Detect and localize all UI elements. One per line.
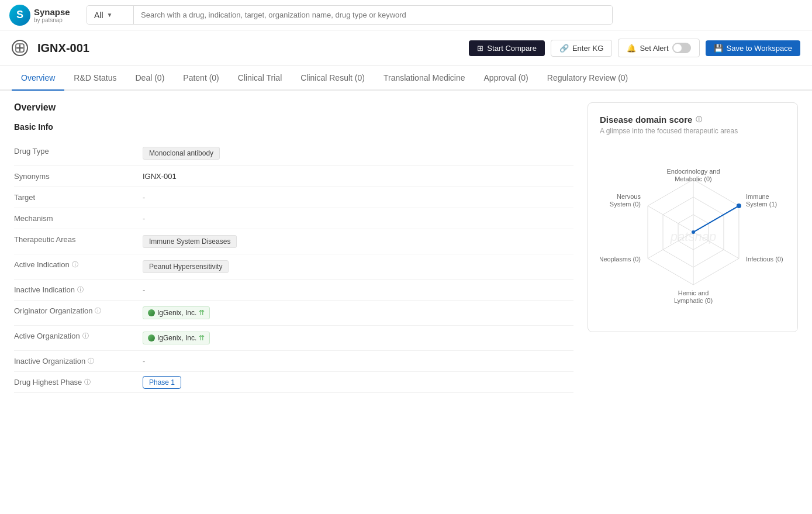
active-indication-row: Active Indication ⓘ Peanut Hypersensitiv… bbox=[14, 254, 573, 280]
mechanism-row: Mechanism - bbox=[14, 208, 573, 229]
logo-text: Synapse by patsnap bbox=[34, 7, 70, 23]
active-indication-label: Active Indication ⓘ bbox=[14, 260, 143, 269]
svg-line-9 bbox=[648, 206, 693, 232]
logo-sub: by patsnap bbox=[34, 17, 70, 23]
synonyms-row: Synonyms IGNX-001 bbox=[14, 166, 573, 187]
active-org-label: Active Organization ⓘ bbox=[14, 332, 143, 340]
drug-header: IGNX-001 ⊞ Start Compare 🔗 Enter KG 🔔 Se… bbox=[0, 30, 812, 66]
svg-text:Lymphatic (0): Lymphatic (0) bbox=[674, 297, 713, 304]
drug-phase-row: Drug Highest Phase ⓘ Phase 1 bbox=[14, 372, 573, 393]
mechanism-value: - bbox=[143, 214, 573, 223]
inactive-org-row: Inactive Organization ⓘ - bbox=[14, 351, 573, 372]
radar-svg: patsnap bbox=[600, 144, 787, 320]
originator-org-value: IgGenix, Inc. ⇈ bbox=[143, 306, 573, 319]
info-icon[interactable]: ⓘ bbox=[72, 260, 78, 269]
active-org-value: IgGenix, Inc. ⇈ bbox=[143, 332, 573, 344]
search-bar: All ▼ bbox=[87, 5, 613, 25]
target-row: Target - bbox=[14, 187, 573, 208]
drug-type-label: Drug Type bbox=[14, 147, 143, 156]
tab-deal[interactable]: Deal (0) bbox=[126, 66, 174, 91]
therapeutic-areas-value: Immune System Diseases bbox=[143, 235, 573, 248]
target-label: Target bbox=[14, 193, 143, 202]
tab-translational[interactable]: Translational Medicine bbox=[374, 66, 475, 91]
svg-line-12 bbox=[693, 206, 739, 232]
phase-tag: Phase 1 bbox=[143, 376, 181, 389]
logo-name: Synapse bbox=[34, 7, 70, 17]
therapeutic-areas-row: Therapeutic Areas Immune System Diseases bbox=[14, 229, 573, 254]
save-icon: 💾 bbox=[714, 44, 723, 53]
svg-text:System (0): System (0) bbox=[610, 201, 641, 208]
inactive-indication-value: - bbox=[143, 285, 573, 294]
info-icon-3[interactable]: ⓘ bbox=[95, 306, 101, 315]
enter-kg-button[interactable]: 🔗 Enter KG bbox=[551, 40, 612, 57]
svg-text:Neoplasms (0): Neoplasms (0) bbox=[600, 256, 641, 263]
alert-toggle[interactable] bbox=[672, 43, 691, 53]
inactive-indication-row: Inactive Indication ⓘ - bbox=[14, 280, 573, 301]
therapeutic-areas-label: Therapeutic Areas bbox=[14, 235, 143, 244]
mechanism-label: Mechanism bbox=[14, 214, 143, 223]
svg-text:Infectious (0): Infectious (0) bbox=[746, 256, 783, 263]
info-icon-6[interactable]: ⓘ bbox=[84, 378, 91, 387]
svg-text:Hemic and: Hemic and bbox=[678, 289, 709, 296]
svg-text:Endocrinology and: Endocrinology and bbox=[666, 168, 720, 175]
org-dot-icon-2 bbox=[148, 334, 155, 341]
inactive-indication-label: Inactive Indication ⓘ bbox=[14, 285, 143, 294]
drug-type-row: Drug Type Monoclonal antibody bbox=[14, 141, 573, 166]
disease-domain-title: Disease domain score ⓘ bbox=[600, 115, 786, 125]
logo: S Synapse by patsnap bbox=[9, 5, 80, 26]
disease-domain-subtitle: A glimpse into the focused therapeutic a… bbox=[600, 127, 786, 135]
info-icon-2[interactable]: ⓘ bbox=[77, 285, 84, 294]
tab-regulatory[interactable]: Regulatory Review (0) bbox=[538, 66, 638, 91]
inactive-org-value: - bbox=[143, 357, 573, 365]
save-workspace-button[interactable]: 💾 Save to Workspace bbox=[706, 40, 800, 56]
drug-phase-value: Phase 1 bbox=[143, 378, 573, 387]
main-content: Overview Basic Info Drug Type Monoclonal… bbox=[0, 91, 812, 405]
originator-org-row: Originator Organization ⓘ IgGenix, Inc. … bbox=[14, 301, 573, 326]
tab-clinical-result[interactable]: Clinical Result (0) bbox=[291, 66, 374, 91]
svg-text:Metabolic (0): Metabolic (0) bbox=[675, 175, 712, 182]
active-indication-tag: Peanut Hypersensitivity bbox=[143, 260, 229, 273]
active-indication-value: Peanut Hypersensitivity bbox=[143, 260, 573, 273]
content-right: Disease domain score ⓘ A glimpse into th… bbox=[588, 102, 798, 393]
compare-icon: ⊞ bbox=[477, 44, 483, 53]
logo-icon: S bbox=[9, 5, 30, 26]
search-input[interactable] bbox=[134, 6, 612, 24]
synonyms-label: Synonyms bbox=[14, 172, 143, 181]
tab-clinical-trial[interactable]: Clinical Trial bbox=[229, 66, 291, 91]
tab-overview[interactable]: Overview bbox=[12, 66, 64, 91]
radar-chart: patsnap bbox=[600, 144, 787, 320]
svg-point-13 bbox=[737, 203, 741, 208]
org-arrows-icon-2: ⇈ bbox=[199, 334, 205, 342]
search-type-label: All bbox=[94, 11, 103, 20]
info-icon-5[interactable]: ⓘ bbox=[88, 357, 94, 365]
set-alert-button[interactable]: 🔔 Set Alert bbox=[618, 39, 699, 57]
drug-type-tag: Monoclonal antibody bbox=[143, 147, 220, 160]
chevron-down-icon: ▼ bbox=[107, 12, 113, 18]
svg-text:Nervous: Nervous bbox=[617, 193, 641, 200]
tab-rd-status[interactable]: R&D Status bbox=[64, 66, 126, 91]
disease-info-icon[interactable]: ⓘ bbox=[696, 115, 702, 124]
org-arrows-icon: ⇈ bbox=[199, 309, 205, 317]
kg-icon: 🔗 bbox=[559, 44, 569, 53]
originator-org-label: Originator Organization ⓘ bbox=[14, 306, 143, 315]
compare-button[interactable]: ⊞ Start Compare bbox=[469, 40, 545, 56]
content-left: Overview Basic Info Drug Type Monoclonal… bbox=[14, 102, 573, 393]
drug-actions: ⊞ Start Compare 🔗 Enter KG 🔔 Set Alert 💾… bbox=[469, 39, 800, 57]
svg-point-14 bbox=[692, 230, 695, 234]
originator-org-tag: IgGenix, Inc. ⇈ bbox=[143, 306, 210, 319]
app-header: S Synapse by patsnap All ▼ bbox=[0, 0, 812, 30]
active-org-tag: IgGenix, Inc. ⇈ bbox=[143, 332, 210, 344]
svg-text:System (1): System (1) bbox=[746, 201, 777, 208]
target-value: - bbox=[143, 193, 573, 202]
drug-phase-label: Drug Highest Phase ⓘ bbox=[14, 378, 143, 387]
org-dot-icon bbox=[148, 309, 155, 316]
svg-text:Immune: Immune bbox=[746, 193, 769, 200]
tab-approval[interactable]: Approval (0) bbox=[475, 66, 538, 91]
synonyms-value: IGNX-001 bbox=[143, 172, 573, 181]
search-type-dropdown[interactable]: All ▼ bbox=[87, 6, 134, 24]
info-icon-4[interactable]: ⓘ bbox=[82, 332, 89, 340]
section-overview-title: Overview bbox=[14, 102, 573, 113]
tab-patent[interactable]: Patent (0) bbox=[174, 66, 228, 91]
therapeutic-areas-tag: Immune System Diseases bbox=[143, 235, 237, 248]
drug-type-value: Monoclonal antibody bbox=[143, 147, 573, 160]
